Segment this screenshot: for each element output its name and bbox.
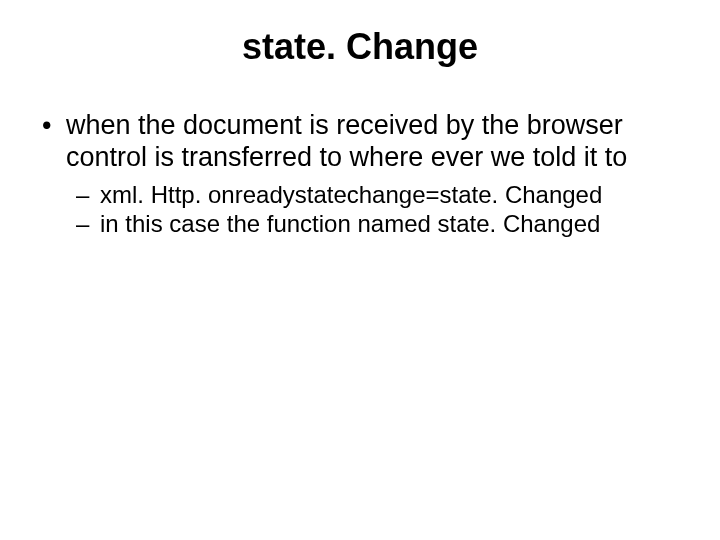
slide-body: when the document is received by the bro… [30, 110, 690, 238]
list-item: when the document is received by the bro… [38, 110, 682, 238]
page-title: state. Change [30, 26, 690, 68]
sub-bullet-text: xml. Http. onreadystatechange=state. Cha… [100, 181, 602, 208]
bullet-text: when the document is received by the bro… [66, 110, 627, 172]
list-item: in this case the function named state. C… [74, 209, 682, 238]
slide: state. Change when the document is recei… [0, 0, 720, 540]
list-item: xml. Http. onreadystatechange=state. Cha… [74, 180, 682, 209]
sub-bullet-text: in this case the function named state. C… [100, 210, 600, 237]
sub-bullet-list: xml. Http. onreadystatechange=state. Cha… [66, 180, 682, 239]
bullet-list: when the document is received by the bro… [38, 110, 682, 238]
